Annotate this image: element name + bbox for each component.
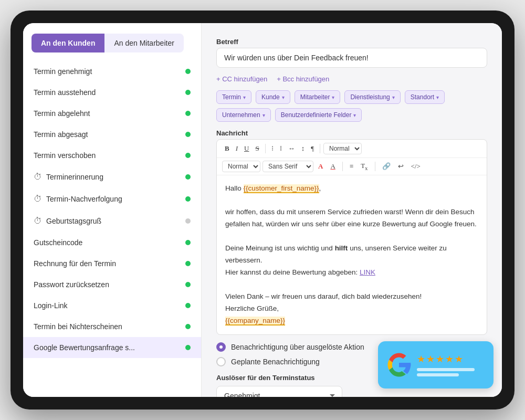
review-line-1 [417,368,475,371]
sidebar-item-label: Termin abgelehnt [34,109,90,118]
main-content: Betreff + CC hinzufügen + Bcc hinzufügen… [202,23,502,397]
tab-mitarbeiter[interactable]: An den Mitarbeiter [104,34,183,52]
list-ordered-btn[interactable]: ⁝ [269,143,276,154]
sep2 [320,144,320,153]
editor-container: B I U S ⁝ ⁞ ↔ ↕ ¶ Normal H1 [216,139,487,335]
review-line-2 [417,373,459,376]
timer-icon: ⏱ [34,194,42,204]
sidebar-item-termin-nachverfolgung[interactable]: ⏱Termin-Nachverfolgung [23,188,201,210]
tag-btn-termin[interactable]: Termin ▾ [216,90,251,104]
align-right-btn[interactable]: ↕ [299,143,308,154]
align-btn[interactable]: ↔ [286,143,298,154]
betreff-label: Betreff [216,38,487,46]
tag-btn-dienstleistung[interactable]: Dienstleistung ▾ [344,90,400,104]
radio-circle-1 [216,342,226,352]
company-var: {{company_name}} [225,317,285,326]
tags-row: Termin ▾Kunde ▾Mitarbeiter ▾Dienstleistu… [216,90,487,122]
subject-input[interactable] [216,48,487,68]
sidebar-item-label: Google Bewertungsanfrage s... [34,343,135,352]
radio-label-1: Benachrichtigung über ausgelöste Aktion [231,343,364,351]
sidebar-item-termin-verschoben[interactable]: Termin verschoben [23,145,201,166]
sidebar-item-login-link[interactable]: Login-Link [23,295,201,316]
font-size-select[interactable]: Normal Small Large [222,161,260,172]
tag-btn-unternehmen[interactable]: Unternehmen ▾ [216,108,271,122]
status-dot [185,69,191,74]
star-1: ★ [417,353,425,365]
sidebar-item-termin-genehmigt[interactable]: Termin genehmigt [23,61,201,82]
indent-btn[interactable]: ¶ [308,143,317,154]
timer-icon: ⏱ [34,216,42,226]
editor-line3-bold: hilft [335,244,348,252]
tag-btn-mitarbeiter[interactable]: Mitarbeiter ▾ [295,90,341,104]
code-btn[interactable]: </> [408,161,423,172]
status-dot [185,132,191,137]
tag-btn-standort[interactable]: Standort ▾ [405,90,445,104]
sidebar-item-termin-ausstehend[interactable]: Termin ausstehend [23,82,201,103]
editor-body[interactable]: Hallo {{customer_first_name}}, wir hoffe… [217,175,487,334]
font-family-select[interactable]: Sans Serif Serif Monospace [262,161,313,172]
sidebar-item-label: Termin ausstehend [34,88,96,97]
status-dot [185,240,191,245]
star-5: ★ [455,353,463,365]
sidebar-item-label: Passwort zurücksetzen [34,280,109,289]
bcc-link[interactable]: + Bcc hinzufügen [277,75,329,83]
editor-line3-part1: Deine Meinung ist uns wichtig und [225,244,335,252]
stars-row: ★ ★ ★ ★ ★ [417,353,475,365]
sidebar-item-geburtstagsgruss[interactable]: ⏱Geburtstagsgruß [23,210,201,232]
sidebar-item-terminerinnerung[interactable]: ⏱Terminerinnerung [23,166,201,188]
toolbar-row2: Normal Small Large Sans Serif Serif Mono… [217,158,487,175]
ausloeser-select[interactable]: Genehmigt Ausstehend Abgelehnt Abgesagt [216,386,342,397]
radio-circle-2 [216,357,226,366]
sidebar-item-google-bewertung[interactable]: Google Bewertungsanfrage s... [23,337,201,358]
sidebar-item-label: Terminerinnerung [46,173,103,181]
italic-btn[interactable]: I [233,143,240,154]
editor-line6: Herzliche Grüße, [225,304,279,312]
device-frame: An den Kunden An den Mitarbeiter Termin … [10,10,514,410]
sidebar-item-label: Termin-Nachverfolgung [46,195,122,203]
sidebar-item-label: Rechnung für den Termin [34,259,116,268]
sidebar-item-gutscheincode[interactable]: Gutscheincode [23,232,201,253]
undo-btn[interactable]: ↩ [395,161,406,172]
sidebar-item-rechnung[interactable]: Rechnung für den Termin [23,253,201,274]
tag-btn-kunde[interactable]: Kunde ▾ [256,90,290,104]
status-dot [185,345,191,350]
underline-btn[interactable]: U [242,143,251,154]
align-center-btn[interactable]: ≡ [347,161,356,172]
cc-link[interactable]: + CC hinzufügen [216,75,267,83]
betreff-section: Betreff [216,38,487,68]
editor-toolbar: B I U S ⁝ ⁞ ↔ ↕ ¶ Normal H1 [217,140,487,158]
link-btn[interactable]: 🔗 [380,161,393,172]
font-color-btn[interactable]: A [316,161,326,172]
strikethrough-btn[interactable]: S [253,143,261,154]
star-3: ★ [436,353,444,365]
review-link[interactable]: LINK [360,268,375,276]
tag-btn-benutzerdefinierte-felder[interactable]: Benutzerdefinierte Felder ▾ [275,108,362,122]
bold-btn[interactable]: B [222,143,232,154]
sidebar-item-nichterscheinen[interactable]: Termin bei Nichterscheinen [23,316,201,337]
sidebar-item-termin-abgelehnt[interactable]: Termin abgelehnt [23,103,201,124]
sidebar-item-termin-abgesagt[interactable]: Termin abgesagt [23,124,201,145]
sidebar-item-label: Termin genehmigt [34,67,92,76]
star-2: ★ [426,353,435,365]
sidebar-item-label: Termin bei Nichterscheinen [34,322,122,331]
list-unordered-btn[interactable]: ⁞ [277,143,285,154]
sep1 [265,144,266,153]
status-dot [185,174,191,180]
sep4 [375,162,375,171]
cc-row: + CC hinzufügen + Bcc hinzufügen [216,75,487,83]
status-dot [185,90,191,95]
sidebar: An den Kunden An den Mitarbeiter Termin … [23,23,202,397]
status-dot [185,261,191,266]
font-highlight-btn[interactable]: A [328,161,338,172]
status-dot [185,282,191,287]
tab-kunden[interactable]: An den Kunden [32,34,104,52]
sidebar-item-label: Gutscheincode [34,238,82,247]
timer-icon: ⏱ [34,172,42,182]
heading-select[interactable]: Normal H1 H2 [323,143,362,154]
status-dot [185,153,191,158]
star-4: ★ [445,353,454,365]
clear-format-btn[interactable]: Tx [358,160,370,173]
editor-line1-suffix: , [319,184,321,192]
sidebar-item-passwort[interactable]: Passwort zurücksetzen [23,274,201,295]
nachricht-label: Nachricht [216,129,487,137]
